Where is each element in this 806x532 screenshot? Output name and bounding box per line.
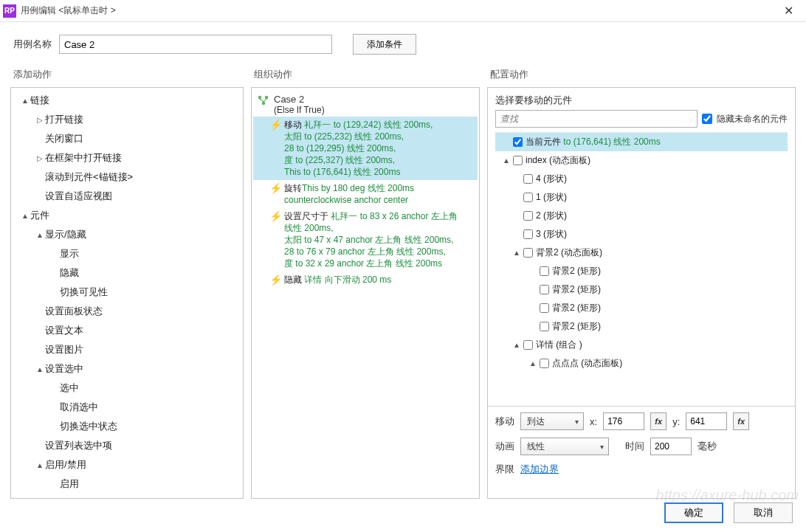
- tree-item[interactable]: ▷切换可见性: [13, 283, 241, 302]
- y-input[interactable]: [686, 412, 727, 430]
- tree-item[interactable]: ▲启用/禁用: [13, 455, 241, 474]
- fx-x-button[interactable]: fx: [650, 412, 666, 430]
- collapse-icon[interactable]: ▲: [512, 341, 522, 349]
- case-header[interactable]: Case 2 (Else If True): [253, 91, 478, 117]
- anim-label: 动画: [495, 440, 514, 453]
- element-checkbox[interactable]: [513, 156, 523, 165]
- tree-item[interactable]: ▲元件: [13, 206, 241, 225]
- action-item[interactable]: ⚡移动 礼拜一 to (129,242) 线性 200ms,太阳 to (225…: [253, 117, 478, 180]
- search-row: 隐藏未命名的元件: [488, 110, 795, 131]
- time-input[interactable]: [650, 438, 692, 455]
- search-input[interactable]: [495, 110, 698, 128]
- ok-button[interactable]: 确定: [664, 502, 723, 523]
- collapse-icon[interactable]: ▲: [35, 461, 45, 469]
- element-label: index (动态面板): [526, 154, 590, 167]
- close-button[interactable]: ✕: [774, 1, 803, 21]
- hide-unnamed-checkbox[interactable]: [702, 114, 712, 124]
- collapse-icon[interactable]: ▲: [20, 97, 30, 105]
- cancel-button[interactable]: 取消: [734, 502, 793, 523]
- tree-item[interactable]: ▷选中: [13, 379, 241, 398]
- collapse-icon[interactable]: ▲: [512, 249, 522, 257]
- move-mode-dropdown[interactable]: 到达: [520, 412, 584, 430]
- anim-mode-dropdown[interactable]: 线性: [520, 438, 609, 455]
- collapse-icon[interactable]: ▲: [35, 231, 45, 239]
- animation-row: 动画 线性 时间 毫秒: [495, 438, 788, 455]
- app-icon: RP: [3, 4, 16, 18]
- element-checkbox[interactable]: [540, 322, 549, 331]
- element-item[interactable]: ▲点点点 (动态面板): [495, 354, 788, 373]
- tree-item[interactable]: ▷启用: [13, 474, 241, 494]
- element-label: 3 (形状): [536, 228, 567, 241]
- bounds-row: 界限 添加边界: [495, 463, 788, 476]
- element-checkbox[interactable]: [523, 229, 533, 239]
- tree-item[interactable]: ▷隐藏: [13, 263, 241, 283]
- tree-item[interactable]: ▷显示: [13, 244, 241, 263]
- element-item[interactable]: ▲index (动态面板): [495, 151, 788, 170]
- element-checkbox[interactable]: [523, 193, 533, 202]
- tree-item[interactable]: ▷滚动到元件<锚链接>: [13, 167, 241, 187]
- collapse-icon[interactable]: ▲: [35, 365, 45, 373]
- tree-item[interactable]: ▷设置自适应视图: [13, 187, 241, 206]
- move-row: 移动 到达 x: fx y: fx: [495, 412, 788, 430]
- action-text: 旋转This by 180 deg 线性 200mscounterclockwi…: [284, 182, 473, 206]
- action-item[interactable]: ⚡旋转This by 180 deg 线性 200mscounterclockw…: [253, 180, 478, 208]
- tree-item[interactable]: ▷打开链接: [13, 110, 241, 129]
- element-checkbox[interactable]: [523, 248, 533, 258]
- element-checkbox[interactable]: [523, 211, 533, 221]
- element-label: 背景2 (矩形): [552, 283, 601, 296]
- element-item[interactable]: ▲详情 (组合 ): [495, 336, 788, 354]
- elements-tree[interactable]: ▷当前元件 to (176,641) 线性 200ms▲index (动态面板)…: [495, 132, 788, 401]
- element-item[interactable]: ▷当前元件 to (176,641) 线性 200ms: [495, 133, 788, 151]
- tree-label: 设置列表选中项: [45, 439, 112, 452]
- element-item[interactable]: ▷背景2 (矩形): [495, 262, 788, 280]
- tree-label: 切换选中状态: [60, 420, 117, 433]
- tree-item[interactable]: ▷关闭窗口: [13, 129, 241, 148]
- collapse-icon[interactable]: ▲: [20, 212, 30, 220]
- config-title: 选择要移动的元件: [488, 88, 795, 110]
- tree-item[interactable]: ▷设置列表选中项: [13, 436, 241, 455]
- tree-item[interactable]: ▲设置选中: [13, 359, 241, 379]
- tree-item[interactable]: ▷设置图片: [13, 340, 241, 359]
- element-item[interactable]: ▲背景2 (动态面板): [495, 243, 788, 262]
- element-label: 当前元件 to (176,641) 线性 200ms: [526, 136, 661, 148]
- add-boundary-link[interactable]: 添加边界: [520, 463, 559, 476]
- expand-icon[interactable]: ▷: [35, 116, 45, 124]
- element-checkbox[interactable]: [540, 285, 549, 294]
- element-item[interactable]: ▷背景2 (矩形): [495, 299, 788, 317]
- case-name-input[interactable]: [59, 35, 332, 54]
- tree-item[interactable]: ▷在框架中打开链接: [13, 148, 241, 167]
- element-checkbox[interactable]: [540, 359, 549, 368]
- element-item[interactable]: ▷1 (形状): [495, 188, 788, 207]
- collapse-icon[interactable]: ▲: [501, 156, 512, 165]
- tree-item[interactable]: ▷取消选中: [13, 398, 241, 417]
- expand-icon[interactable]: ▷: [35, 154, 45, 162]
- element-item[interactable]: ▷4 (形状): [495, 170, 788, 188]
- element-item[interactable]: ▷2 (形状): [495, 207, 788, 225]
- element-item[interactable]: ▷背景2 (矩形): [495, 280, 788, 299]
- tree-label: 取消选中: [60, 401, 98, 414]
- action-item[interactable]: ⚡设置尺寸于 礼拜一 to 83 x 26 anchor 左上角线性 200ms…: [253, 208, 478, 272]
- fx-y-button[interactable]: fx: [733, 412, 749, 430]
- tree-item[interactable]: ▷设置面板状态: [13, 302, 241, 321]
- element-label: 详情 (组合 ): [536, 339, 582, 351]
- organize-scroll[interactable]: Case 2 (Else If True) ⚡移动 礼拜一 to (129,24…: [252, 88, 479, 498]
- actions-list: ⚡移动 礼拜一 to (129,242) 线性 200ms,太阳 to (225…: [253, 117, 478, 288]
- x-input[interactable]: [603, 412, 644, 430]
- add-action-panel: ▲链接▷打开链接▷关闭窗口▷在框架中打开链接▷滚动到元件<锚链接>▷设置自适应视…: [10, 87, 244, 499]
- action-item[interactable]: ⚡隐藏 详情 向下滑动 200 ms: [253, 272, 478, 288]
- add-condition-button[interactable]: 添加条件: [353, 34, 416, 55]
- element-item[interactable]: ▷3 (形状): [495, 225, 788, 243]
- element-checkbox[interactable]: [523, 174, 533, 184]
- element-checkbox[interactable]: [540, 303, 549, 313]
- element-label: 1 (形状): [536, 191, 567, 204]
- element-checkbox[interactable]: [540, 266, 549, 276]
- tree-item[interactable]: ▷切换选中状态: [13, 417, 241, 436]
- collapse-icon[interactable]: ▲: [528, 359, 538, 367]
- tree-item[interactable]: ▷设置文本: [13, 321, 241, 340]
- element-item[interactable]: ▷背景2 (矩形): [495, 317, 788, 336]
- tree-item[interactable]: ▲显示/隐藏: [13, 225, 241, 244]
- action-tree[interactable]: ▲链接▷打开链接▷关闭窗口▷在框架中打开链接▷滚动到元件<锚链接>▷设置自适应视…: [11, 88, 243, 498]
- element-checkbox[interactable]: [513, 137, 523, 147]
- tree-item[interactable]: ▲链接: [13, 91, 241, 110]
- element-checkbox[interactable]: [523, 340, 533, 350]
